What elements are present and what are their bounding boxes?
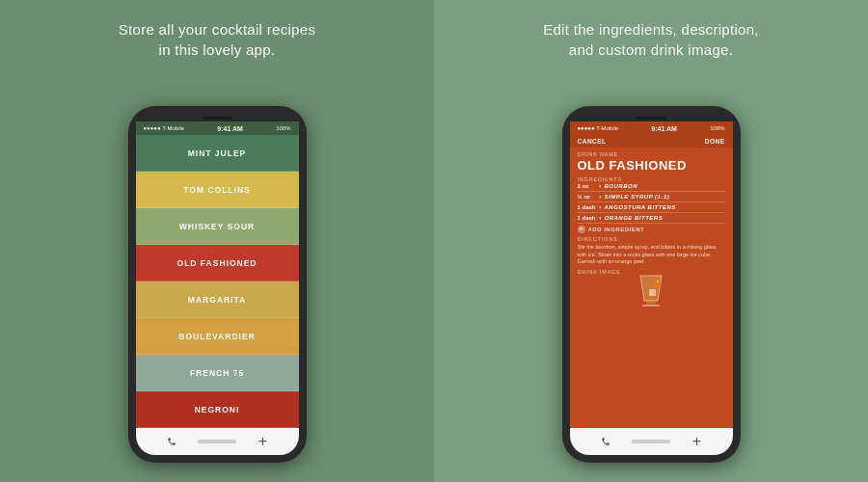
left-battery: 100% <box>276 125 290 131</box>
left-signal: ●●●●● T-Mobile <box>144 125 185 131</box>
cocktail-item-negroni[interactable]: NEGRONI <box>136 391 299 428</box>
left-status-bar: ●●●●● T-Mobile 9:41 AM 100% <box>136 121 299 135</box>
ingredient-amount-0: 2 oz <box>578 183 597 189</box>
drink-name-label: DRINK NAME <box>578 151 725 157</box>
done-button[interactable]: DONE <box>705 138 725 145</box>
left-time: 9:41 AM <box>217 125 243 132</box>
ingredient-name-0: BOURBON <box>605 183 638 189</box>
svg-rect-3 <box>649 289 656 296</box>
ingredient-name-3: ORANGE BITTERS <box>605 215 664 221</box>
edit-screen: CANCEL DONE DRINK NAME OLD FASHIONED ING… <box>570 135 733 428</box>
dropdown-icon-1[interactable]: ▾ <box>599 194 602 200</box>
ingredient-row-angostura: 1 dash ▾ ANGOSTURA BITTERS <box>578 204 725 213</box>
right-panel-title: Edit the ingredients, description, and c… <box>543 19 759 60</box>
right-status-bar: ●●●●● T-Mobile 9:41 AM 100% <box>570 121 733 135</box>
ingredients-label: INGREDIENTS <box>578 176 725 182</box>
right-phone-bottom: + <box>570 428 733 455</box>
edit-content: DRINK NAME OLD FASHIONED INGREDIENTS 2 o… <box>570 147 733 428</box>
drink-image-section: DRINK IMAGE <box>578 269 725 310</box>
ingredient-amount-1: ¼ oz <box>578 194 597 200</box>
ingredient-row-orange: 1 dash ▾ ORANGE BITTERS <box>578 215 725 224</box>
ingredient-name-2: ANGOSTURA BITTERS <box>605 204 676 210</box>
right-phone-screen: ●●●●● T-Mobile 9:41 AM 100% CANCEL DONE … <box>570 121 733 428</box>
cocktail-item-marg[interactable]: MARGARITA <box>136 281 299 318</box>
right-phone-call-icon[interactable] <box>599 435 612 448</box>
directions-label: DIRECTIONS <box>578 236 725 242</box>
left-phone-screen: ●●●●● T-Mobile 9:41 AM 100% MINT JULEP T… <box>136 121 299 428</box>
home-indicator <box>198 440 236 443</box>
dropdown-icon-2[interactable]: ▾ <box>599 204 602 210</box>
left-phone-bottom: + <box>136 428 299 455</box>
right-home-indicator <box>632 440 670 443</box>
right-phone: ●●●●● T-Mobile 9:41 AM 100% CANCEL DONE … <box>562 106 741 463</box>
cocktail-item-old[interactable]: OLD FASHIONED <box>136 245 299 281</box>
cocktail-item-mint[interactable]: MINT JULEP <box>136 135 299 172</box>
right-panel: Edit the ingredients, description, and c… <box>434 0 868 482</box>
svg-marker-0 <box>640 276 662 301</box>
left-panel-title: Store all your cocktail recipes in this … <box>119 19 315 60</box>
right-battery: 100% <box>710 125 724 131</box>
svg-rect-1 <box>646 301 656 305</box>
ingredient-amount-2: 1 dash <box>578 204 597 210</box>
right-time: 9:41 AM <box>651 125 677 132</box>
plus-circle-icon: + <box>578 226 585 233</box>
cocktail-item-tom[interactable]: TOM COLLINS <box>136 172 299 208</box>
ingredient-row-bourbon: 2 oz ▾ BOURBON <box>578 183 725 192</box>
directions-text: Stir the bourbon, simple syrup, and bitt… <box>578 244 725 266</box>
cocktail-list: MINT JULEP TOM COLLINS WHISKEY SOUR OLD … <box>136 135 299 428</box>
right-signal: ●●●●● T-Mobile <box>578 125 619 131</box>
left-phone: ●●●●● T-Mobile 9:41 AM 100% MINT JULEP T… <box>128 106 307 463</box>
cancel-button[interactable]: CANCEL <box>578 138 607 145</box>
add-cocktail-icon[interactable]: + <box>256 435 269 448</box>
dropdown-icon-3[interactable]: ▾ <box>599 215 602 221</box>
cocktail-item-french[interactable]: FRENCH 75 <box>136 355 299 391</box>
phone-call-icon[interactable] <box>165 435 178 448</box>
left-panel: Store all your cocktail recipes in this … <box>0 0 434 482</box>
svg-rect-2 <box>642 305 660 307</box>
right-add-icon[interactable]: + <box>690 435 703 448</box>
ingredient-amount-3: 1 dash <box>578 215 597 221</box>
cocktail-item-whiskey[interactable]: WHISKEY SOUR <box>136 208 299 245</box>
ingredient-name-1: SIMPLE SYRUP (1:1) <box>605 194 670 200</box>
drink-glass-image <box>635 277 668 310</box>
cocktail-item-blvd[interactable]: BOULEVARDIER <box>136 318 299 355</box>
ingredient-row-syrup: ¼ oz ▾ SIMPLE SYRUP (1:1) <box>578 194 725 202</box>
dropdown-icon-0[interactable]: ▾ <box>599 183 602 189</box>
drink-name-value[interactable]: OLD FASHIONED <box>578 158 725 173</box>
edit-header: CANCEL DONE <box>570 135 733 147</box>
add-ingredient-button[interactable]: + ADD INGREDIENT <box>578 226 725 233</box>
